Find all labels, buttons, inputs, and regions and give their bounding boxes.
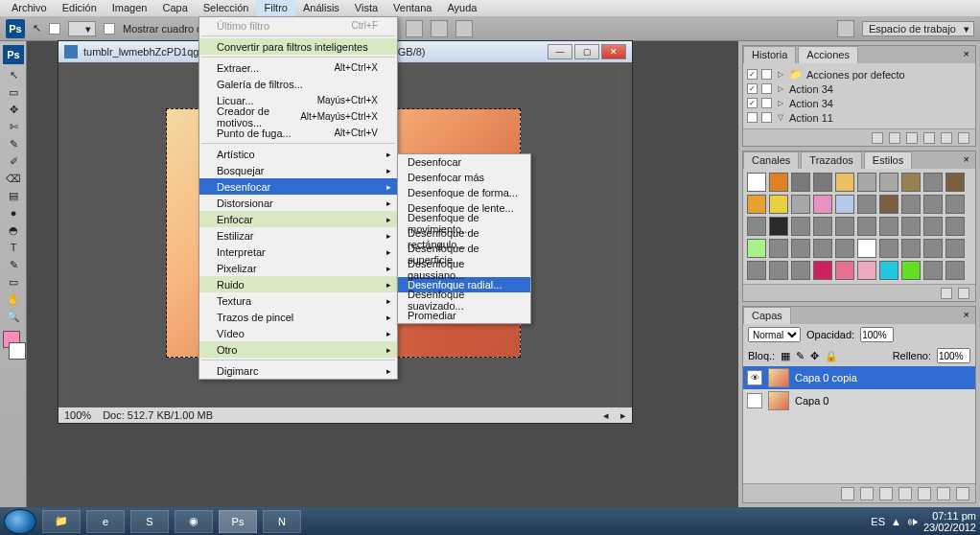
close-button[interactable]: ✕ bbox=[601, 44, 626, 59]
tool-icon[interactable]: ▭ bbox=[3, 273, 24, 291]
menu-selección[interactable]: Selección bbox=[196, 0, 257, 16]
menuitem-interpretar[interactable]: Interpretar bbox=[199, 244, 397, 260]
style-swatch[interactable] bbox=[835, 195, 854, 214]
style-swatch[interactable] bbox=[857, 173, 876, 192]
tray-icon[interactable]: 🕪 bbox=[907, 516, 918, 527]
new-set-icon[interactable] bbox=[923, 132, 935, 144]
menu-vista[interactable]: Vista bbox=[347, 0, 385, 16]
style-swatch[interactable] bbox=[813, 195, 832, 214]
menu-análisis[interactable]: Análisis bbox=[295, 0, 347, 16]
history-tab[interactable]: Historia bbox=[743, 46, 796, 63]
style-swatch[interactable] bbox=[945, 261, 965, 280]
link-icon[interactable] bbox=[841, 487, 854, 500]
submenuitem-desenfoque-de-forma-[interactable]: Desenfoque de forma... bbox=[398, 185, 530, 200]
fold-icon[interactable]: ▽ bbox=[776, 113, 785, 122]
style-swatch[interactable] bbox=[769, 261, 788, 280]
style-swatch[interactable] bbox=[945, 173, 965, 192]
action-row[interactable]: ▽Action 11 bbox=[747, 110, 971, 125]
menuitem-v-deo[interactable]: Vídeo bbox=[199, 325, 397, 341]
action-dialog[interactable] bbox=[761, 98, 772, 108]
close-icon[interactable]: × bbox=[958, 307, 975, 324]
menuitem-textura[interactable]: Textura bbox=[199, 292, 397, 309]
menuitem-ruido[interactable]: Ruido bbox=[199, 276, 397, 292]
styles-tab[interactable]: Estilos bbox=[864, 151, 912, 169]
style-swatch[interactable] bbox=[879, 217, 898, 236]
style-swatch[interactable] bbox=[835, 239, 854, 258]
autoselect-dropdown[interactable] bbox=[68, 21, 96, 36]
menuitem-pixelizar[interactable]: Pixelizar bbox=[199, 260, 397, 276]
taskbar-onenote[interactable]: N bbox=[263, 510, 301, 533]
menu-capa[interactable]: Capa bbox=[154, 0, 195, 16]
style-swatch[interactable] bbox=[879, 261, 898, 280]
opacity-input[interactable] bbox=[860, 327, 894, 342]
menuitem-desenfocar[interactable]: Desenfocar bbox=[199, 178, 397, 195]
style-swatch[interactable] bbox=[813, 239, 832, 258]
new-action-icon[interactable] bbox=[941, 132, 952, 144]
clock[interactable]: 07:11 pm 23/02/2012 bbox=[923, 510, 976, 533]
fold-icon[interactable]: ▷ bbox=[776, 70, 785, 79]
style-swatch[interactable] bbox=[813, 261, 832, 280]
system-tray[interactable]: ES ▲ 🕪 07:11 pm 23/02/2012 bbox=[871, 510, 976, 533]
style-swatch[interactable] bbox=[791, 239, 810, 258]
style-swatch[interactable] bbox=[791, 173, 810, 192]
layers-tab[interactable]: Capas bbox=[743, 307, 791, 324]
tool-icon[interactable]: T bbox=[3, 239, 24, 256]
style-swatch[interactable] bbox=[857, 195, 876, 214]
menuitem-digimarc[interactable]: Digimarc bbox=[199, 362, 397, 379]
stop-icon[interactable] bbox=[872, 132, 883, 144]
taskbar-explorer[interactable]: 📁 bbox=[42, 510, 81, 533]
action-check[interactable]: ✓ bbox=[747, 83, 758, 94]
style-swatch[interactable] bbox=[769, 173, 788, 192]
trash-icon[interactable] bbox=[958, 288, 969, 299]
menuitem-distorsionar[interactable]: Distorsionar bbox=[199, 195, 397, 211]
tool-icon[interactable]: ✋ bbox=[3, 291, 24, 308]
record-icon[interactable] bbox=[889, 132, 900, 144]
style-swatch[interactable] bbox=[901, 261, 921, 280]
style-swatch[interactable] bbox=[945, 217, 965, 236]
style-swatch[interactable] bbox=[857, 239, 876, 258]
menuitem-extraer-[interactable]: Extraer...Alt+Ctrl+X bbox=[199, 59, 397, 76]
tool-icon[interactable]: ◓ bbox=[3, 221, 24, 239]
menu-imagen[interactable]: Imagen bbox=[105, 0, 155, 16]
layer-thumb[interactable] bbox=[768, 391, 789, 410]
fill-input[interactable] bbox=[937, 348, 970, 363]
minimize-button[interactable]: — bbox=[548, 44, 572, 59]
style-swatch[interactable] bbox=[901, 173, 921, 192]
style-swatch[interactable] bbox=[813, 173, 832, 192]
action-check[interactable]: ✓ bbox=[747, 69, 758, 80]
style-swatch[interactable] bbox=[835, 261, 854, 280]
zoom-level[interactable]: 100% bbox=[64, 409, 91, 421]
tray-icon[interactable]: ▲ bbox=[891, 516, 901, 527]
menuitem-estilizar[interactable]: Estilizar bbox=[199, 227, 397, 244]
tool-icon[interactable]: 🔍 bbox=[3, 308, 24, 325]
style-swatch[interactable] bbox=[835, 173, 854, 192]
tool-icon[interactable]: ✐ bbox=[3, 152, 24, 170]
style-swatch[interactable] bbox=[901, 195, 921, 214]
style-swatch[interactable] bbox=[945, 239, 965, 258]
style-swatch[interactable] bbox=[747, 173, 766, 192]
style-swatch[interactable] bbox=[747, 217, 766, 236]
style-swatch[interactable] bbox=[945, 195, 965, 214]
style-swatch[interactable] bbox=[879, 239, 898, 258]
show-bbox-checkbox[interactable] bbox=[104, 23, 115, 35]
style-swatch[interactable] bbox=[747, 239, 766, 258]
style-swatch[interactable] bbox=[923, 239, 943, 258]
blend-mode-select[interactable]: Normal bbox=[748, 327, 801, 342]
play-icon[interactable] bbox=[906, 132, 918, 144]
lang-indicator[interactable]: ES bbox=[871, 516, 885, 527]
tool-icon[interactable]: ✥ bbox=[3, 101, 24, 118]
menu-filtro[interactable]: Filtro bbox=[256, 0, 294, 16]
layer-row[interactable]: 👁Capa 0 copia bbox=[743, 366, 975, 389]
tool-icon[interactable]: ↖ bbox=[3, 66, 24, 83]
taskbar-chrome[interactable]: ◉ bbox=[175, 510, 213, 533]
mask-icon[interactable] bbox=[879, 487, 893, 500]
menuitem-enfocar[interactable]: Enfocar bbox=[199, 211, 397, 227]
menuitem-creador-de-motivos-[interactable]: Creador de motivos...Alt+Mayús+Ctrl+X bbox=[199, 108, 397, 125]
style-swatch[interactable] bbox=[747, 195, 766, 214]
style-swatch[interactable] bbox=[879, 195, 898, 214]
close-icon[interactable]: × bbox=[958, 151, 975, 169]
action-row[interactable]: ✓▷📁Acciones por defecto bbox=[747, 67, 971, 81]
fx-icon[interactable] bbox=[860, 487, 874, 500]
menuitem-convertir-para-filtros-inteligentes[interactable]: Convertir para filtros inteligentes bbox=[199, 38, 397, 55]
adjustment-icon[interactable] bbox=[898, 487, 912, 500]
